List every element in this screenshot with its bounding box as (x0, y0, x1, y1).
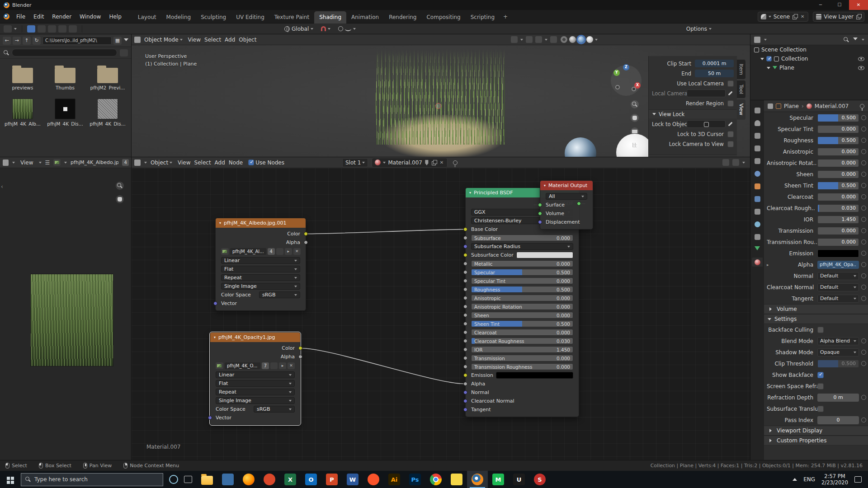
fake-user-icon[interactable] (276, 248, 283, 255)
prop-dropdown-blend-mode[interactable]: Alpha Blend (817, 337, 859, 345)
view-lock-panel-header[interactable]: View Lock (649, 109, 737, 118)
properties-tab-constraints[interactable] (752, 232, 763, 241)
properties-tab-scene[interactable] (752, 156, 763, 165)
node-slider-transmission[interactable]: Transmission0.000 (471, 355, 573, 361)
socket-value[interactable] (463, 322, 467, 326)
cursor-tool-icon[interactable] (69, 25, 77, 33)
keyframe-dot[interactable] (861, 251, 866, 256)
node-slider-sheen-tint[interactable]: Sheen Tint0.500 (471, 320, 573, 327)
node-dropdown-subsurface-radius[interactable]: Subsurface Radius (471, 243, 573, 250)
maximize-button[interactable]: ☐ (830, 0, 849, 10)
socket-value[interactable] (463, 305, 467, 309)
node-dropdown-flat[interactable]: Flat (216, 380, 295, 387)
keyframe-dot[interactable] (861, 217, 866, 222)
cortana-icon[interactable] (169, 475, 178, 484)
minimize-button[interactable]: ─ (811, 0, 830, 10)
workspace-tab-sculpting[interactable]: Sculpting (196, 11, 231, 23)
node-dropdown-all[interactable]: All (546, 193, 587, 200)
prop-checkbox-subsurface-translucency[interactable] (817, 406, 824, 412)
prop-dropdown-clearcoat-normal[interactable]: Default (817, 283, 859, 291)
shading-wireframe-icon[interactable] (561, 36, 567, 43)
taskbar-app-word[interactable]: W (342, 471, 363, 488)
image-users-count[interactable]: 7 (262, 362, 269, 369)
node-opacity[interactable]: ▾pfhjM_4K_Opacity1.jpgColorAlphapfhjM_4K… (210, 332, 301, 425)
viewport-menu-select[interactable]: Select (203, 36, 223, 44)
socket-value[interactable] (463, 270, 467, 274)
prop-slider-specular-tint[interactable]: 0.000 (817, 125, 859, 133)
view-layer-selector[interactable]: View Layer (813, 12, 864, 22)
taskbar-app-firefox[interactable] (238, 471, 259, 488)
eyedropper-icon[interactable] (727, 90, 734, 97)
socket-value[interactable] (463, 236, 467, 240)
prop-slider-roughness[interactable]: 0.500 (817, 136, 859, 145)
local-camera-field[interactable] (687, 89, 726, 97)
prop-slider-specular[interactable]: 0.500 (817, 114, 859, 122)
collapse-icon[interactable]: ▾ (214, 335, 216, 339)
select-box-tool-icon[interactable] (38, 25, 46, 33)
socket-value[interactable] (463, 287, 467, 291)
keyframe-dot[interactable] (861, 273, 866, 278)
keyframe-dot[interactable] (861, 194, 866, 199)
node-dropdown-linear[interactable]: Linear (221, 257, 300, 264)
keyframe-dot[interactable] (861, 115, 866, 120)
axis-z-handle[interactable]: Z (623, 64, 629, 70)
properties-tab-output[interactable] (752, 131, 763, 140)
expand-icon[interactable] (767, 67, 770, 71)
outliner-row-collection[interactable]: Collection (750, 54, 868, 63)
forward-icon[interactable]: → (13, 37, 21, 45)
socket-value[interactable] (304, 240, 308, 244)
socket-mo-surface[interactable] (538, 203, 542, 207)
taskbar-app-app-m-green[interactable]: M (488, 471, 509, 488)
tweak-tool-icon[interactable] (27, 25, 35, 33)
socket-value[interactable] (463, 347, 467, 352)
fake-user-icon[interactable] (270, 362, 278, 369)
expand-icon[interactable]: ▸ (767, 263, 771, 267)
parent-dir-icon[interactable]: ↑ (23, 37, 31, 45)
keyframe-dot[interactable] (861, 149, 866, 154)
path-field[interactable]: C:\Users\Jo..ild_pfhjM2\ (42, 37, 112, 45)
sidebar-tab-item[interactable]: Item (737, 60, 745, 79)
shader-menu-add[interactable]: Add (213, 159, 227, 167)
node-header-output[interactable]: ▾Material Output (540, 181, 593, 190)
image-icon[interactable] (221, 248, 229, 255)
socket-color[interactable] (463, 253, 467, 257)
properties-tab-object[interactable] (752, 182, 763, 191)
new-scene-icon[interactable] (792, 14, 797, 19)
axis-negative-handle[interactable] (632, 87, 636, 91)
prop-slider-clip-threshold[interactable]: 0.500 (817, 360, 859, 368)
keyframe-dot[interactable] (861, 338, 866, 343)
properties-tab-tool[interactable] (752, 106, 763, 115)
node-dropdown-repeat[interactable]: Repeat (216, 389, 295, 395)
taskbar-app-app-red-circle[interactable] (259, 471, 280, 488)
prop-checkbox-show-backface[interactable] (817, 372, 824, 378)
collapse-icon[interactable]: ▾ (469, 191, 471, 195)
node-albedo[interactable]: ▾pfhjM_4K_Albedo.jpg.001ColorAlphapfhjM_… (215, 218, 306, 311)
tray-expand-icon[interactable] (793, 476, 797, 481)
keyframe-dot[interactable] (861, 361, 866, 366)
sidebar-tab-tool[interactable]: Tool (737, 80, 745, 98)
lock-camera-view-checkbox[interactable] (727, 141, 734, 147)
node-dropdown-single-image[interactable]: Single Image (221, 283, 300, 290)
viewport-display-panel-header[interactable]: Viewport Display (764, 426, 868, 436)
socket-value[interactable] (463, 262, 467, 266)
image-name[interactable]: pfhjM_4K_O... (225, 362, 260, 369)
node-slider-sheen[interactable]: Sheen0.000 (471, 312, 573, 319)
viewport-menu-object[interactable]: Object (237, 36, 258, 44)
image-icon[interactable] (53, 159, 61, 166)
properties-tab-render[interactable] (752, 118, 763, 127)
collection-checkbox[interactable] (766, 56, 772, 61)
region-collapse-icon[interactable]: ‹ (1, 183, 3, 190)
image-name[interactable]: pfhjM_4K_Albedo.jp.. (71, 160, 118, 165)
socket-vector[interactable] (463, 399, 467, 403)
image-icon[interactable] (216, 362, 223, 369)
node-slider-anisotropic-rotation[interactable]: Anisotropic Rotation0.000 (471, 303, 573, 310)
hide-in-viewport-icon[interactable] (858, 66, 864, 70)
workspace-tab-modeling[interactable]: Modeling (161, 11, 196, 23)
new-view-layer-icon[interactable] (856, 14, 861, 19)
socket-opa-color[interactable] (298, 346, 302, 350)
node-slider-transmission-roughness[interactable]: Transmission Roughness0.000 (471, 363, 573, 370)
color-swatch-subsurface-color[interactable] (516, 252, 573, 258)
scene-selector[interactable]: Scene ✕ (758, 12, 809, 22)
node-slider-subsurface[interactable]: Subsurface0.000 (471, 235, 573, 241)
fake-user-icon[interactable] (425, 160, 429, 165)
